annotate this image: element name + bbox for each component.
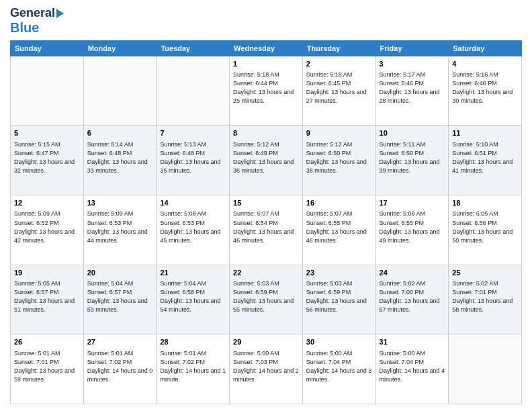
page: General Blue SundayMondayTuesdayWednesda… xyxy=(0,0,532,411)
day-detail: Sunrise: 5:07 AMSunset: 6:55 PMDaylight:… xyxy=(306,210,372,244)
day-number: 14 xyxy=(160,198,226,208)
day-detail: Sunrise: 5:08 AMSunset: 6:53 PMDaylight:… xyxy=(160,210,226,244)
day-detail: Sunrise: 5:04 AMSunset: 6:57 PMDaylight:… xyxy=(87,279,153,314)
day-number: 21 xyxy=(160,268,226,278)
day-detail: Sunrise: 5:05 AMSunset: 6:56 PMDaylight:… xyxy=(452,210,518,244)
day-detail: Sunrise: 5:00 AMSunset: 7:04 PMDaylight:… xyxy=(380,349,445,384)
day-number: 8 xyxy=(233,128,299,138)
logo: General Blue xyxy=(10,7,64,35)
day-header-saturday: Saturday xyxy=(449,40,522,56)
calendar-cell: 28Sunrise: 5:01 AMSunset: 7:02 PMDayligh… xyxy=(157,334,230,404)
calendar-cell: 5Sunrise: 5:15 AMSunset: 6:47 PMDaylight… xyxy=(11,126,84,195)
calendar-cell: 9Sunrise: 5:12 AMSunset: 6:50 PMDaylight… xyxy=(302,126,375,195)
calendar-cell: 12Sunrise: 5:09 AMSunset: 6:52 PMDayligh… xyxy=(11,195,84,265)
day-detail: Sunrise: 5:01 AMSunset: 7:02 PMDaylight:… xyxy=(87,349,153,384)
calendar-cell xyxy=(157,56,230,126)
day-detail: Sunrise: 5:02 AMSunset: 7:01 PMDaylight:… xyxy=(452,279,518,314)
calendar-cell: 21Sunrise: 5:04 AMSunset: 6:58 PMDayligh… xyxy=(157,265,230,334)
day-detail: Sunrise: 5:00 AMSunset: 7:04 PMDaylight:… xyxy=(306,349,372,384)
day-detail: Sunrise: 5:11 AMSunset: 6:50 PMDaylight:… xyxy=(380,140,445,175)
day-number: 15 xyxy=(233,198,299,208)
day-detail: Sunrise: 5:05 AMSunset: 6:57 PMDaylight:… xyxy=(14,279,80,314)
day-number: 30 xyxy=(306,337,372,347)
day-number: 28 xyxy=(160,337,226,347)
day-header-wednesday: Wednesday xyxy=(230,40,303,56)
day-number: 1 xyxy=(233,59,299,69)
day-number: 7 xyxy=(160,128,226,138)
logo-arrow-icon xyxy=(56,9,64,18)
calendar-cell xyxy=(449,334,522,404)
day-number: 17 xyxy=(380,198,445,208)
day-detail: Sunrise: 5:02 AMSunset: 7:00 PMDaylight:… xyxy=(380,279,445,314)
calendar-cell: 6Sunrise: 5:14 AMSunset: 6:48 PMDaylight… xyxy=(83,126,157,195)
header: General Blue xyxy=(10,7,522,35)
day-number: 13 xyxy=(87,198,153,208)
day-number: 22 xyxy=(233,268,299,278)
calendar-cell: 2Sunrise: 5:18 AMSunset: 6:45 PMDaylight… xyxy=(302,56,375,126)
day-detail: Sunrise: 5:09 AMSunset: 6:52 PMDaylight:… xyxy=(14,210,80,244)
day-number: 29 xyxy=(233,337,299,347)
calendar-cell: 22Sunrise: 5:03 AMSunset: 6:59 PMDayligh… xyxy=(230,265,303,334)
day-number: 2 xyxy=(306,59,372,69)
calendar-cell: 25Sunrise: 5:02 AMSunset: 7:01 PMDayligh… xyxy=(449,265,522,334)
calendar-cell: 31Sunrise: 5:00 AMSunset: 7:04 PMDayligh… xyxy=(375,334,449,404)
logo-blue: Blue xyxy=(10,20,39,35)
day-detail: Sunrise: 5:04 AMSunset: 6:58 PMDaylight:… xyxy=(160,279,226,314)
day-number: 20 xyxy=(87,268,153,278)
day-number: 3 xyxy=(380,59,445,69)
day-detail: Sunrise: 5:00 AMSunset: 7:03 PMDaylight:… xyxy=(233,349,299,384)
calendar-cell: 30Sunrise: 5:00 AMSunset: 7:04 PMDayligh… xyxy=(302,334,375,404)
calendar-table: SundayMondayTuesdayWednesdayThursdayFrid… xyxy=(10,40,522,404)
day-number: 9 xyxy=(306,128,372,138)
day-number: 23 xyxy=(306,268,372,278)
calendar-cell: 3Sunrise: 5:17 AMSunset: 6:46 PMDaylight… xyxy=(375,56,449,126)
calendar-cell: 11Sunrise: 5:10 AMSunset: 6:51 PMDayligh… xyxy=(449,126,522,195)
day-detail: Sunrise: 5:03 AMSunset: 6:59 PMDaylight:… xyxy=(306,279,372,314)
day-detail: Sunrise: 5:09 AMSunset: 6:53 PMDaylight:… xyxy=(87,210,153,244)
calendar-cell: 16Sunrise: 5:07 AMSunset: 6:55 PMDayligh… xyxy=(302,195,375,265)
day-detail: Sunrise: 5:12 AMSunset: 6:49 PMDaylight:… xyxy=(233,140,299,175)
calendar-cell: 10Sunrise: 5:11 AMSunset: 6:50 PMDayligh… xyxy=(375,126,449,195)
calendar-cell: 23Sunrise: 5:03 AMSunset: 6:59 PMDayligh… xyxy=(302,265,375,334)
calendar-cell: 13Sunrise: 5:09 AMSunset: 6:53 PMDayligh… xyxy=(83,195,157,265)
calendar-cell: 18Sunrise: 5:05 AMSunset: 6:56 PMDayligh… xyxy=(449,195,522,265)
logo-text: General xyxy=(10,7,64,20)
calendar-cell: 27Sunrise: 5:01 AMSunset: 7:02 PMDayligh… xyxy=(83,334,157,404)
day-detail: Sunrise: 5:18 AMSunset: 6:44 PMDaylight:… xyxy=(233,71,299,105)
day-number: 24 xyxy=(380,268,445,278)
day-number: 19 xyxy=(14,268,80,278)
day-detail: Sunrise: 5:18 AMSunset: 6:45 PMDaylight:… xyxy=(306,71,372,105)
day-number: 27 xyxy=(87,337,153,347)
calendar-cell: 26Sunrise: 5:01 AMSunset: 7:01 PMDayligh… xyxy=(11,334,84,404)
day-detail: Sunrise: 5:13 AMSunset: 6:48 PMDaylight:… xyxy=(160,140,226,175)
day-detail: Sunrise: 5:01 AMSunset: 7:01 PMDaylight:… xyxy=(14,349,80,384)
calendar-cell: 1Sunrise: 5:18 AMSunset: 6:44 PMDaylight… xyxy=(230,56,303,126)
day-detail: Sunrise: 5:16 AMSunset: 6:46 PMDaylight:… xyxy=(452,71,518,105)
calendar-cell: 7Sunrise: 5:13 AMSunset: 6:48 PMDaylight… xyxy=(157,126,230,195)
calendar-cell: 20Sunrise: 5:04 AMSunset: 6:57 PMDayligh… xyxy=(83,265,157,334)
calendar-cell xyxy=(11,56,84,126)
day-number: 5 xyxy=(14,128,80,138)
day-number: 16 xyxy=(306,198,372,208)
day-detail: Sunrise: 5:06 AMSunset: 6:55 PMDaylight:… xyxy=(380,210,445,244)
calendar-cell: 29Sunrise: 5:00 AMSunset: 7:03 PMDayligh… xyxy=(230,334,303,404)
day-header-friday: Friday xyxy=(375,40,449,56)
day-number: 6 xyxy=(87,128,153,138)
day-detail: Sunrise: 5:15 AMSunset: 6:47 PMDaylight:… xyxy=(14,140,80,175)
calendar-cell: 14Sunrise: 5:08 AMSunset: 6:53 PMDayligh… xyxy=(157,195,230,265)
calendar-cell: 19Sunrise: 5:05 AMSunset: 6:57 PMDayligh… xyxy=(11,265,84,334)
day-detail: Sunrise: 5:12 AMSunset: 6:50 PMDaylight:… xyxy=(306,140,372,175)
day-header-monday: Monday xyxy=(83,40,157,56)
calendar-cell: 24Sunrise: 5:02 AMSunset: 7:00 PMDayligh… xyxy=(375,265,449,334)
day-detail: Sunrise: 5:17 AMSunset: 6:46 PMDaylight:… xyxy=(380,71,445,105)
day-number: 18 xyxy=(452,198,518,208)
calendar-cell xyxy=(83,56,157,126)
day-detail: Sunrise: 5:03 AMSunset: 6:59 PMDaylight:… xyxy=(233,279,299,314)
day-detail: Sunrise: 5:07 AMSunset: 6:54 PMDaylight:… xyxy=(233,210,299,244)
day-detail: Sunrise: 5:01 AMSunset: 7:02 PMDaylight:… xyxy=(160,349,226,384)
day-number: 4 xyxy=(452,59,518,69)
day-header-thursday: Thursday xyxy=(302,40,375,56)
day-header-sunday: Sunday xyxy=(11,40,84,56)
calendar-cell: 8Sunrise: 5:12 AMSunset: 6:49 PMDaylight… xyxy=(230,126,303,195)
day-number: 25 xyxy=(452,268,518,278)
